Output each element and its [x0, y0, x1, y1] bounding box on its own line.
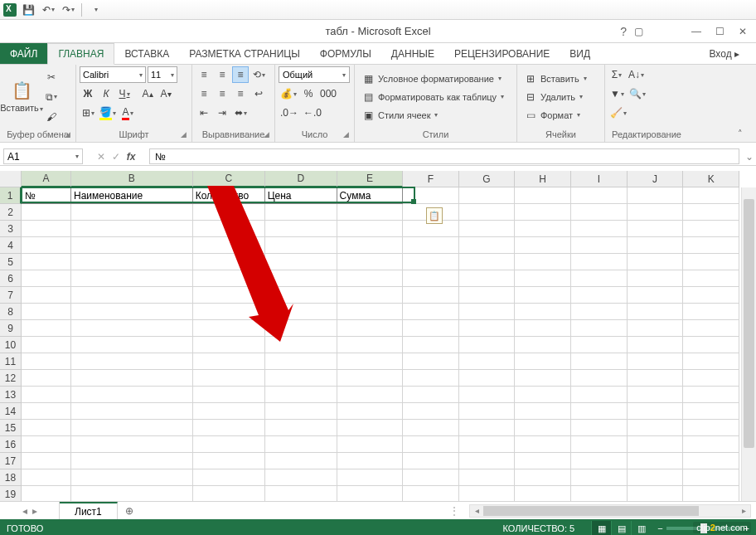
cell[interactable]: [628, 287, 684, 304]
page-layout-view-button[interactable]: ▤: [611, 521, 631, 535]
cell[interactable]: [683, 204, 739, 221]
cell[interactable]: [337, 337, 403, 353]
cell[interactable]: [193, 304, 265, 320]
cell[interactable]: [459, 469, 516, 486]
cell[interactable]: [193, 453, 265, 469]
cell[interactable]: [265, 453, 337, 469]
cell[interactable]: [459, 204, 516, 221]
format-cells-button[interactable]: ▭Формат▾: [521, 107, 590, 124]
cell[interactable]: [403, 304, 459, 320]
accounting-format-button[interactable]: 💰▾: [279, 85, 298, 102]
cell[interactable]: [403, 387, 459, 403]
vertical-scrollbar[interactable]: [741, 187, 756, 501]
cell[interactable]: [571, 337, 628, 353]
row-header[interactable]: 19: [0, 486, 22, 501]
cell[interactable]: [71, 221, 193, 237]
cell[interactable]: [628, 254, 684, 270]
cell[interactable]: [628, 304, 684, 320]
percent-button[interactable]: %: [300, 85, 317, 102]
cell[interactable]: [515, 403, 571, 420]
row-header[interactable]: 14: [0, 403, 22, 420]
cell[interactable]: [193, 320, 265, 337]
wrap-text-button[interactable]: ↩: [250, 85, 267, 102]
cell[interactable]: [683, 270, 739, 287]
cell[interactable]: [515, 270, 571, 287]
normal-view-button[interactable]: ▦: [591, 521, 611, 535]
cell[interactable]: [265, 221, 337, 237]
cell[interactable]: [683, 469, 739, 486]
row-header[interactable]: 17: [0, 453, 22, 469]
cell[interactable]: [515, 187, 571, 204]
cell[interactable]: [403, 337, 459, 353]
cell[interactable]: [515, 320, 571, 337]
cell[interactable]: [193, 270, 265, 287]
cell[interactable]: [403, 370, 459, 387]
cell[interactable]: [459, 403, 516, 420]
cell[interactable]: [337, 453, 403, 469]
cell[interactable]: [683, 486, 739, 501]
cell[interactable]: [193, 486, 265, 501]
page-break-view-button[interactable]: ▥: [631, 521, 651, 535]
cell[interactable]: Количество: [193, 187, 265, 204]
cell[interactable]: [337, 320, 403, 337]
cell[interactable]: [71, 420, 193, 436]
cell[interactable]: [571, 387, 628, 403]
cell[interactable]: [403, 237, 459, 254]
new-sheet-button[interactable]: ⊕: [118, 502, 141, 519]
cell[interactable]: [628, 320, 684, 337]
cell[interactable]: [683, 237, 739, 254]
font-size-combo[interactable]: 11▾: [148, 66, 177, 83]
cell[interactable]: [459, 270, 516, 287]
cell[interactable]: [571, 436, 628, 453]
enter-formula-button[interactable]: ✓: [112, 151, 120, 163]
cell[interactable]: [515, 486, 571, 501]
cell[interactable]: [459, 337, 516, 353]
cell[interactable]: [628, 469, 684, 486]
cell[interactable]: [337, 287, 403, 304]
fill-color-button[interactable]: 🪣▾: [98, 105, 118, 121]
cell[interactable]: [22, 287, 71, 304]
cell[interactable]: [22, 270, 71, 287]
shrink-font-button[interactable]: A▾: [158, 85, 174, 102]
cell[interactable]: [71, 403, 193, 420]
cell[interactable]: [403, 270, 459, 287]
row-header[interactable]: 15: [0, 420, 22, 436]
cell[interactable]: [515, 469, 571, 486]
save-button[interactable]: 💾: [20, 2, 36, 18]
align-right-button[interactable]: ≡: [232, 85, 249, 102]
cell[interactable]: [683, 436, 739, 453]
cell[interactable]: [71, 387, 193, 403]
cell[interactable]: [265, 237, 337, 254]
cell[interactable]: [628, 403, 684, 420]
cell[interactable]: [337, 353, 403, 370]
row-header[interactable]: 13: [0, 387, 22, 403]
row-header[interactable]: 8: [0, 304, 22, 320]
row-header[interactable]: 18: [0, 469, 22, 486]
cell[interactable]: [193, 403, 265, 420]
cell[interactable]: №: [22, 187, 71, 204]
cell[interactable]: [571, 403, 628, 420]
row-header[interactable]: 9: [0, 320, 22, 337]
cell[interactable]: [571, 453, 628, 469]
number-launcher[interactable]: ◢: [341, 130, 351, 140]
tab-formulas[interactable]: ФОРМУЛЫ: [310, 43, 381, 64]
cell[interactable]: [459, 254, 516, 270]
cell[interactable]: [683, 337, 739, 353]
clear-button[interactable]: 🧹▾: [608, 105, 628, 121]
paste-options-smarttag[interactable]: 📋: [426, 207, 443, 224]
select-all-button[interactable]: [0, 171, 22, 187]
increase-indent-button[interactable]: ⇥: [214, 105, 230, 121]
name-box[interactable]: A1▾: [3, 148, 83, 164]
cell[interactable]: [459, 320, 516, 337]
row-header[interactable]: 7: [0, 287, 22, 304]
paste-button[interactable]: 📋 Вставить▾: [3, 66, 40, 127]
cell[interactable]: [571, 486, 628, 501]
cell[interactable]: [265, 353, 337, 370]
sign-in[interactable]: Вход ▸: [693, 43, 757, 64]
cell[interactable]: [515, 287, 571, 304]
comma-style-button[interactable]: 000: [318, 85, 338, 102]
cell[interactable]: [337, 204, 403, 221]
font-color-button[interactable]: A▾: [119, 105, 136, 121]
cell[interactable]: [22, 436, 71, 453]
row-header[interactable]: 1: [0, 187, 22, 204]
